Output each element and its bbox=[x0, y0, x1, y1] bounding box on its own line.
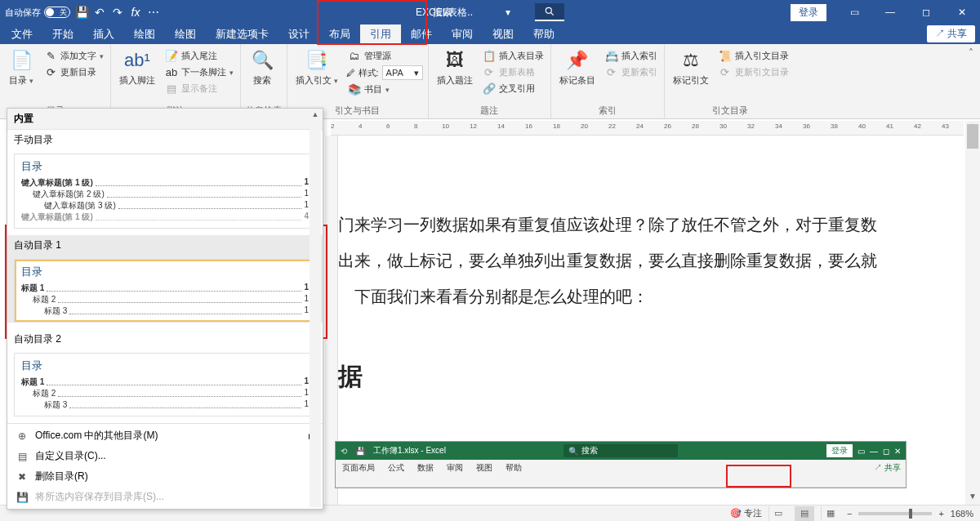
excel-search[interactable]: 🔍 搜索 bbox=[564, 444, 678, 457]
toc-custom[interactable]: ▤自定义目录(C)... bbox=[7, 446, 323, 466]
insert-tof-button[interactable]: 📋插入表目录 bbox=[481, 49, 546, 63]
focus-mode-button[interactable]: 🎯 专注 bbox=[730, 507, 762, 519]
tab-references[interactable]: 引用 bbox=[360, 24, 401, 44]
excel-ribbon-display-icon[interactable]: ▭ bbox=[858, 447, 865, 456]
insert-footnote-button[interactable]: ab¹ 插入脚注 bbox=[116, 46, 158, 87]
share-button[interactable]: ↗ 共享 bbox=[927, 25, 975, 42]
insert-toa-button[interactable]: 📜插入引文目录 bbox=[717, 49, 791, 63]
excel-tab-page[interactable]: 页面布局 bbox=[336, 461, 381, 475]
update-toa-button: ⟳更新引文目录 bbox=[717, 65, 791, 79]
excel-tab-review[interactable]: 审阅 bbox=[440, 461, 470, 475]
vertical-scrollbar[interactable]: ▲ ▼ bbox=[965, 121, 980, 505]
citation-style-select[interactable]: 🖉 样式: APA▾ bbox=[346, 65, 423, 80]
bibliography-icon: 📚 bbox=[348, 83, 361, 96]
scroll-up-icon[interactable]: ▲ bbox=[310, 110, 321, 118]
toc-auto1-header[interactable]: 自动目录 1 bbox=[7, 235, 323, 256]
toc-builtin-header: 内置 bbox=[7, 109, 323, 130]
toc-auto2-preview[interactable]: 目录 标题 11 标题 21 标题 31 bbox=[14, 353, 316, 416]
zoom-level[interactable]: 168% bbox=[951, 509, 973, 519]
excel-login-button[interactable]: 登录 bbox=[826, 444, 853, 457]
ruler-tick: 43 bbox=[942, 122, 949, 130]
zoom-slider[interactable] bbox=[858, 512, 932, 515]
zoom-in-icon[interactable]: + bbox=[938, 509, 943, 519]
excel-close-icon[interactable]: ✕ bbox=[894, 447, 901, 456]
zoom-out-icon[interactable]: − bbox=[847, 509, 852, 519]
zoom-slider-knob[interactable] bbox=[909, 509, 912, 519]
toc-more-office-label: Office.com 中的其他目录(M) bbox=[35, 429, 158, 443]
insert-caption-button[interactable]: 🖼 插入题注 bbox=[434, 46, 476, 87]
toc-page: 1 bbox=[304, 189, 309, 200]
save-icon[interactable]: 💾 bbox=[75, 6, 88, 19]
next-footnote-button[interactable]: ab下一条脚注 bbox=[163, 65, 235, 79]
login-button[interactable]: 登录 bbox=[791, 4, 826, 21]
add-text-label: 添加文字 bbox=[60, 50, 96, 62]
excel-tab-data[interactable]: 数据 bbox=[411, 461, 440, 475]
toc-manual-preview[interactable]: 目录 键入章标题(第 1 级)1 键入章标题(第 2 级)1 键入章标题(第 3… bbox=[14, 154, 316, 229]
add-text-button[interactable]: ✎添加文字 bbox=[42, 49, 105, 63]
fx-icon[interactable]: fx bbox=[129, 6, 142, 19]
tab-draw[interactable]: 绘图 bbox=[124, 24, 165, 44]
excel-minimize-icon[interactable]: — bbox=[870, 447, 878, 456]
insert-toa-label: 插入引文目录 bbox=[735, 50, 789, 62]
read-mode-icon[interactable]: ▭ bbox=[768, 506, 788, 521]
redo-icon[interactable]: ↷ bbox=[111, 6, 124, 19]
minimize-icon[interactable]: — bbox=[872, 0, 908, 24]
tab-newtab[interactable]: 新建选项卡 bbox=[206, 24, 278, 44]
tab-view[interactable]: 视图 bbox=[483, 24, 523, 44]
autosave-toggle[interactable]: 自动保存 关 bbox=[5, 7, 70, 19]
tof-icon: 📋 bbox=[483, 50, 496, 62]
toc-more-office[interactable]: ⊕Office.com 中的其他目录(M)▶ bbox=[7, 425, 323, 446]
mark-entry-button[interactable]: 📌 标记条目 bbox=[556, 46, 599, 87]
maximize-icon[interactable]: ◻ bbox=[908, 0, 944, 24]
web-layout-icon[interactable]: ▦ bbox=[821, 506, 840, 521]
excel-tab-view[interactable]: 视图 bbox=[470, 461, 499, 475]
title-search-button[interactable] bbox=[535, 3, 564, 21]
crossref-button[interactable]: 🔗交叉引用 bbox=[481, 82, 546, 96]
tab-help[interactable]: 帮助 bbox=[523, 24, 564, 44]
tab-home[interactable]: 开始 bbox=[42, 24, 83, 44]
toc-page: 1 bbox=[304, 200, 309, 212]
tab-mailings[interactable]: 邮件 bbox=[401, 24, 442, 44]
tab-file[interactable]: 文件 bbox=[2, 24, 42, 44]
excel-autosave-icon[interactable]: ⟲ bbox=[341, 447, 347, 456]
insert-index-icon: 📇 bbox=[605, 50, 618, 62]
bibliography-button[interactable]: 📚书目 bbox=[346, 82, 423, 96]
insert-citation-label: 插入引文 bbox=[296, 75, 338, 86]
tab-review[interactable]: 审阅 bbox=[442, 24, 483, 44]
mark-citation-button[interactable]: ⚖ 标记引文 bbox=[670, 46, 712, 87]
window-controls: 登录 ▭ — ◻ ✕ bbox=[791, 0, 980, 24]
scroll-down-arrow-icon[interactable]: ▼ bbox=[965, 492, 980, 505]
print-layout-icon[interactable]: ▤ bbox=[795, 506, 814, 521]
tab-draw2[interactable]: 绘图 bbox=[165, 24, 206, 44]
excel-share-button[interactable]: ↗ 共享 bbox=[869, 461, 906, 475]
toc-panel-scrollbar[interactable]: ▲ bbox=[310, 110, 321, 507]
search-button[interactable]: 🔍 搜索 bbox=[246, 46, 278, 87]
excel-tab-formula[interactable]: 公式 bbox=[381, 461, 411, 475]
insert-endnote-button[interactable]: 📝插入尾注 bbox=[163, 49, 235, 63]
excel-tab-help[interactable]: 帮助 bbox=[499, 461, 528, 475]
tab-design[interactable]: 设计 bbox=[278, 24, 319, 44]
ruler-tick: 20 bbox=[581, 122, 588, 130]
undo-icon[interactable]: ↶ bbox=[93, 6, 106, 19]
tab-insert[interactable]: 插入 bbox=[83, 24, 124, 44]
toc-remove[interactable]: ✖删除目录(R) bbox=[7, 466, 323, 487]
toc-manual-header[interactable]: 手动目录 bbox=[7, 130, 323, 150]
toc-button[interactable]: 📄 目录 bbox=[5, 46, 38, 87]
toc-auto2-header[interactable]: 自动目录 2 bbox=[7, 329, 323, 350]
tab-layout[interactable]: 布局 bbox=[319, 24, 360, 44]
collapse-ribbon-icon[interactable]: ˄ bbox=[962, 44, 980, 118]
scrollbar-thumb[interactable] bbox=[967, 124, 978, 149]
qat-more-icon[interactable]: ⋯ bbox=[147, 6, 160, 19]
close-icon[interactable]: ✕ bbox=[944, 0, 980, 24]
excel-maximize-icon[interactable]: ◻ bbox=[883, 447, 889, 456]
ribbon-display-icon[interactable]: ▭ bbox=[836, 0, 872, 24]
toc-auto1-preview[interactable]: 目录 标题 11 标题 21 标题 31 bbox=[14, 259, 316, 323]
manage-sources-button[interactable]: 🗂管理源 bbox=[346, 49, 423, 63]
autosave-switch[interactable]: 关 bbox=[44, 7, 70, 18]
excel-save-icon[interactable]: 💾 bbox=[355, 447, 365, 456]
horizontal-ruler[interactable]: 2468101214161820222426283032343638404142… bbox=[331, 121, 964, 136]
update-toc-button[interactable]: ⟳更新目录 bbox=[42, 65, 105, 79]
insert-index-button[interactable]: 📇插入索引 bbox=[604, 49, 659, 63]
title-dropdown-icon[interactable]: ▾ bbox=[506, 7, 510, 18]
insert-citation-button[interactable]: 📑 插入引文 bbox=[292, 46, 341, 87]
